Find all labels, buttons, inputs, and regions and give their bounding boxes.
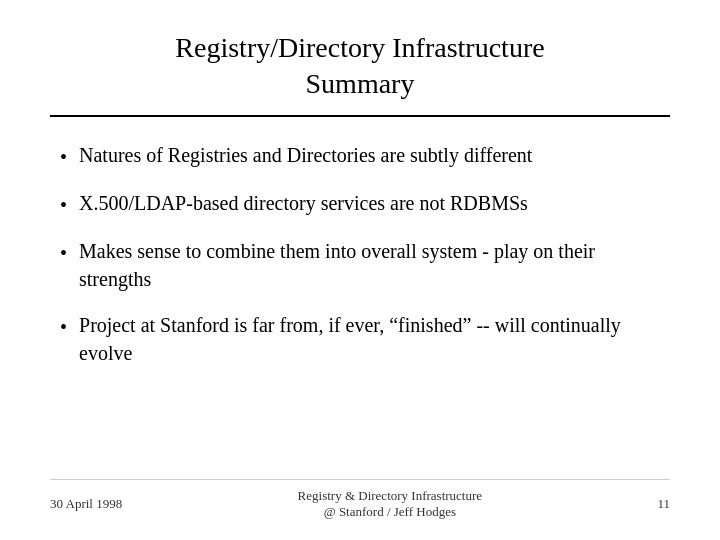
title-line1: Registry/Directory Infrastructure (175, 32, 544, 63)
bullet-dot: • (60, 313, 67, 341)
title-line2: Summary (306, 68, 415, 99)
bullet-dot: • (60, 143, 67, 171)
slide-container: Registry/Directory Infrastructure Summar… (0, 0, 720, 540)
bullet-dot: • (60, 239, 67, 267)
footer-date: 30 April 1998 (50, 496, 122, 512)
list-item: • Makes sense to combine them into overa… (60, 237, 660, 293)
bullet-text: Natures of Registries and Directories ar… (79, 141, 660, 169)
list-item: • Project at Stanford is far from, if ev… (60, 311, 660, 367)
footer-center-line2: @ Stanford / Jeff Hodges (324, 504, 456, 519)
footer-center-line1: Registry & Directory Infrastructure (298, 488, 482, 503)
list-item: • X.500/LDAP-based directory services ar… (60, 189, 660, 219)
bullet-list: • Natures of Registries and Directories … (60, 141, 660, 367)
title-section: Registry/Directory Infrastructure Summar… (50, 30, 670, 117)
bullet-dot: • (60, 191, 67, 219)
footer-page-number: 11 (657, 496, 670, 512)
slide-footer: 30 April 1998 Registry & Directory Infra… (50, 479, 670, 520)
bullet-text: Project at Stanford is far from, if ever… (79, 311, 660, 367)
bullet-text: Makes sense to combine them into overall… (79, 237, 660, 293)
bullet-text: X.500/LDAP-based directory services are … (79, 189, 660, 217)
content-section: • Natures of Registries and Directories … (50, 141, 670, 479)
list-item: • Natures of Registries and Directories … (60, 141, 660, 171)
footer-attribution: Registry & Directory Infrastructure @ St… (298, 488, 482, 520)
slide-title: Registry/Directory Infrastructure Summar… (50, 30, 670, 103)
